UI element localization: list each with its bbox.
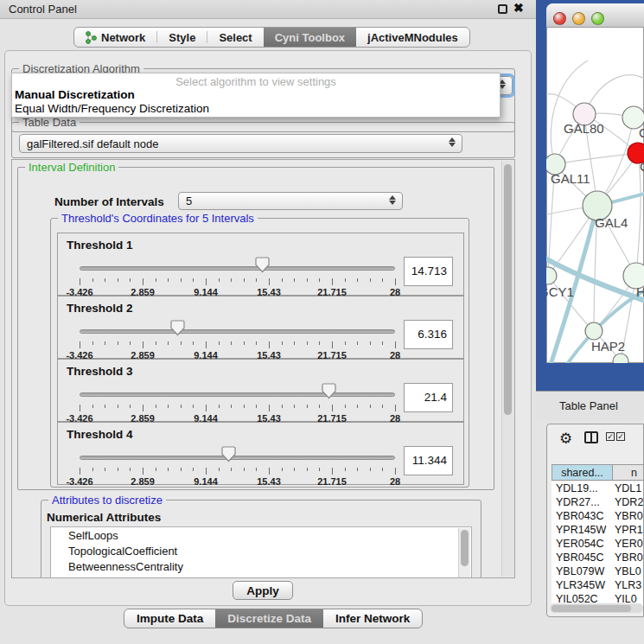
attributes-group: Attributes to discretize Numerical Attri… <box>41 500 481 578</box>
tab-cyni-toolbox[interactable]: Cyni Toolbox <box>264 28 356 47</box>
table-scrollbar-thumb[interactable] <box>552 605 631 612</box>
slider-ticks <box>80 405 396 413</box>
popup-item-manual-discretization[interactable]: Manual Discretization <box>15 88 135 101</box>
bottom-tab-impute-data[interactable]: Impute Data <box>124 609 215 628</box>
tab-label: jActiveMNodules <box>367 31 458 44</box>
tick-label: 21.715 <box>317 476 347 487</box>
tab-label: Style <box>169 31 195 44</box>
tab-network[interactable]: Network <box>74 28 156 47</box>
threshold-value-field[interactable]: 11.344 <box>404 446 453 475</box>
threshold-slider-track[interactable] <box>80 456 395 460</box>
network-window: GAL80GCGAL11GAL4GCY1HHAP2 <box>546 3 644 363</box>
combo-arrows-icon <box>388 195 396 205</box>
cell-name: YDL1 <box>615 482 641 494</box>
minimize-light-icon[interactable] <box>572 12 585 25</box>
settings-scroll-pane: Interval Definition Number of Intervals … <box>11 159 515 578</box>
column-header-shared[interactable]: shared... <box>552 464 613 481</box>
bottom-tab-bar: Impute DataDiscretize DataInfer Network <box>124 609 423 628</box>
slider-ticks <box>80 278 396 287</box>
control-panel: Control Panel ✖ NetworkStyleSelectCyni T… <box>0 0 536 644</box>
node-label: GAL11 <box>551 171 590 186</box>
numerical-attributes-list[interactable]: SelfLoopsTopologicalCoefficientBetweenne… <box>50 526 472 578</box>
checkbox-icon[interactable]: ✓ <box>606 432 615 441</box>
table-row[interactable]: YLR345WYLR3 <box>552 578 644 592</box>
table-row[interactable]: YDL19...YDL1 <box>552 481 644 495</box>
node-GCY1[interactable] <box>546 267 557 284</box>
cell-shared-name: YER054C <box>556 538 604 550</box>
popup-item-equal-width-frequency[interactable]: Equal Width/Frequency Discretization <box>15 102 209 115</box>
node-label: HAP2 <box>591 339 625 354</box>
bottom-tab-infer-network[interactable]: Infer Network <box>323 609 422 628</box>
cell-name: YBR0 <box>615 552 643 564</box>
threshold-slider-track[interactable] <box>80 266 395 271</box>
cell-shared-name: YBR045C <box>556 552 604 564</box>
threshold-value-field[interactable]: 6.316 <box>404 320 453 349</box>
node-table: ⚙ ✓ ✓ shared... n YDL19...YDL1YDR27...YD… <box>546 424 644 617</box>
threshold-slider-thumb[interactable] <box>322 383 336 399</box>
tab-style[interactable]: Style <box>157 28 207 47</box>
table-horizontal-scrollbar[interactable] <box>550 603 643 613</box>
list-scrollbar[interactable] <box>458 528 470 578</box>
table-data-selected-value: galFiltered.sif default node <box>27 137 158 150</box>
threshold-slider-track[interactable] <box>80 329 395 334</box>
number-of-intervals-select[interactable]: 5 <box>178 192 403 210</box>
threshold-slider-thumb[interactable] <box>221 446 236 462</box>
network-canvas[interactable]: GAL80GCGAL11GAL4GCY1HHAP2 <box>546 28 644 363</box>
table-row[interactable]: YDR27...YDR2 <box>552 495 644 509</box>
edge[interactable] <box>555 153 638 164</box>
group-title: Attributes to discretize <box>48 494 166 507</box>
cell-shared-name: YLR345W <box>556 579 605 591</box>
threshold-slider-thumb[interactable] <box>255 257 270 273</box>
table-row[interactable]: YER054CYER0 <box>552 537 644 551</box>
slider-ticks <box>80 468 396 476</box>
table-data-select[interactable]: galFiltered.sif default node <box>19 134 462 153</box>
attribute-item[interactable]: TopologicalCoefficient <box>51 543 471 558</box>
node-HAP2[interactable] <box>585 322 603 340</box>
table-row[interactable]: YBR043CYBR0 <box>552 509 644 523</box>
interval-definition-group: Interval Definition Number of Intervals … <box>17 167 494 490</box>
tab-jactivemnodules[interactable]: jActiveMNodules <box>356 28 469 47</box>
threshold-panel-3: Threshold 3-3.4262.8599.14415.4321.71528… <box>57 359 464 422</box>
settings-scrollbar[interactable] <box>501 161 513 577</box>
group-title: Interval Definition <box>25 161 118 174</box>
threshold-panels: Threshold 1-3.4262.8599.14415.4321.71528… <box>51 219 470 488</box>
threshold-slider-track[interactable] <box>80 392 395 397</box>
bottom-tab-discretize-data[interactable]: Discretize Data <box>215 609 323 628</box>
split-column-icon[interactable] <box>584 431 598 443</box>
float-window-icon[interactable] <box>498 4 507 14</box>
thresholds-group: Threshold's Coordinates for 5 Intervals … <box>50 218 469 488</box>
table-row[interactable]: YPR145WYPR1 <box>552 523 644 537</box>
list-scrollbar-thumb[interactable] <box>461 530 469 566</box>
threshold-value-field[interactable]: 21.4 <box>404 383 453 412</box>
table-row[interactable]: YBL079WYBL0 <box>552 564 644 578</box>
slider-ticks <box>80 341 396 350</box>
threshold-panel-1: Threshold 1-3.4262.8599.14415.4321.71528… <box>57 233 464 296</box>
number-of-intervals-label: Number of Intervals <box>54 195 164 208</box>
node-label: GAL4 <box>595 215 628 230</box>
column-header-name[interactable]: n <box>612 464 644 481</box>
tick-label: 15.43 <box>257 476 281 487</box>
checkbox-icon[interactable]: ✓ <box>616 432 625 441</box>
top-tab-bar: NetworkStyleSelectCyni ToolboxjActiveMNo… <box>73 27 470 48</box>
close-light-icon[interactable] <box>553 12 566 25</box>
close-icon[interactable]: ✖ <box>513 1 524 15</box>
table-panel-header: Table Panel <box>536 391 644 420</box>
apply-button[interactable]: Apply <box>233 581 293 600</box>
table-row[interactable]: YBR045CYBR0 <box>552 551 644 564</box>
settings-scrollbar-thumb[interactable] <box>504 164 512 415</box>
threshold-value-field[interactable]: 14.713 <box>404 257 453 286</box>
attribute-item[interactable]: BetweennessCentrality <box>51 558 471 574</box>
attribute-item[interactable]: SelfLoops <box>51 527 471 543</box>
threshold-slider-thumb[interactable] <box>170 320 185 336</box>
threshold-panel-4: Threshold 4-3.4262.8599.14415.4321.71528… <box>57 422 464 485</box>
network-window-titlebar <box>546 3 644 28</box>
node-label: C <box>640 159 644 174</box>
zoom-light-icon[interactable] <box>591 12 604 25</box>
tab-label: Network <box>101 31 145 44</box>
threshold-label: Threshold 3 <box>67 365 133 378</box>
node-label: G <box>639 125 644 140</box>
gear-icon[interactable]: ⚙ <box>559 430 572 448</box>
tab-select[interactable]: Select <box>207 28 263 47</box>
table-panel-title: Table Panel <box>559 399 618 412</box>
cell-name: YLR3 <box>615 579 641 591</box>
